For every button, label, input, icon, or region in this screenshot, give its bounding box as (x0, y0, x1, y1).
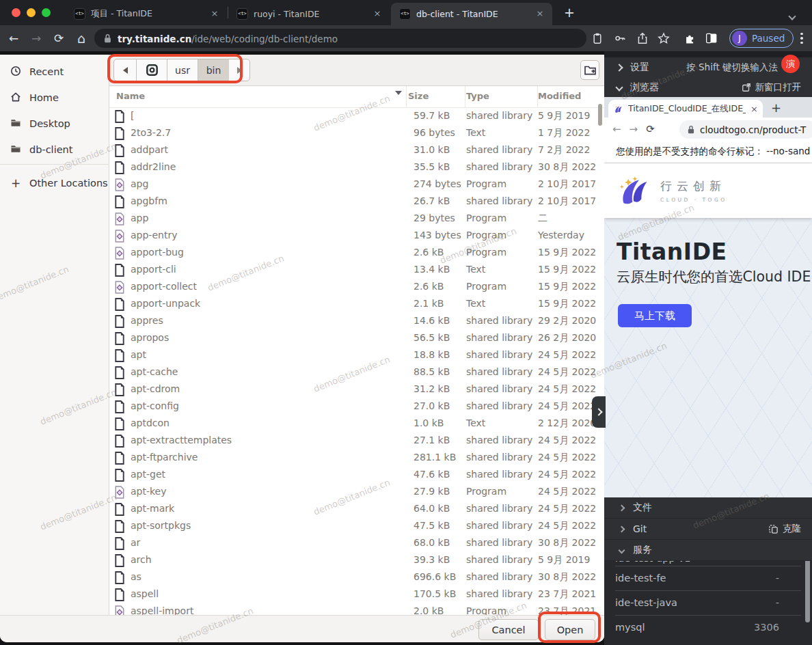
file-row-ar[interactable]: ar68.0 kBshared library30 8月 2022 (109, 535, 604, 552)
embedded-tab-close-icon[interactable]: × (750, 104, 758, 114)
document-file-icon (114, 435, 125, 448)
file-row-addr2line[interactable]: addr2line35.5 kBshared library30 8月 2022 (109, 159, 604, 176)
file-row-[[interactable]: [59.7 kBshared library5 9月 2019 (109, 108, 604, 125)
tab-close-icon[interactable]: × (372, 9, 383, 20)
file-row-apg[interactable]: apg274 bytesProgram2 10月 2017 (109, 176, 604, 193)
demo-badge[interactable]: 演 (781, 55, 800, 73)
column-header-modified[interactable]: Modified (538, 91, 581, 101)
file-row-apt-config[interactable]: apt-config27.0 kBshared library24 5月 202… (109, 398, 604, 415)
service-row-mysql[interactable]: mysql3306 (604, 615, 812, 640)
file-row-apport-unpack[interactable]: apport-unpack2.1 kBText15 9月 2022 (109, 296, 604, 313)
password-key-icon[interactable] (612, 30, 628, 46)
file-row-apt-key[interactable]: apt-key27.9 kBProgram24 5月 2022 (109, 484, 604, 501)
file-row-apt-ftparchive[interactable]: apt-ftparchive281.1 kBshared library24 5… (109, 450, 604, 467)
file-row-addpart[interactable]: addpart31.0 kBshared library7 2月 2022 (109, 142, 604, 159)
file-size: 14.6 kB (414, 315, 450, 326)
file-row-appres[interactable]: appres14.6 kBshared library29 2月 2020 (109, 313, 604, 330)
bookmark-star-icon[interactable] (655, 30, 672, 46)
panel-collapse-handle[interactable] (592, 396, 606, 428)
service-row-ide-test-java[interactable]: ide-test-java- (604, 590, 812, 615)
settings-section-row[interactable]: 设置 按 Shift 键切换输入法 (604, 57, 812, 77)
file-row-apport-bug[interactable]: apport-bug2.6 kBProgram15 9月 2022 (109, 245, 604, 262)
embedded-new-tab-button[interactable]: + (771, 100, 781, 115)
maximize-window-button[interactable] (42, 8, 51, 17)
file-row-aptdcon[interactable]: aptdcon1.0 kBText2 12月 2020 (109, 415, 604, 433)
clipboard-icon[interactable] (589, 30, 606, 46)
download-now-button[interactable]: 马上下载 (618, 304, 692, 327)
share-icon[interactable] (634, 30, 651, 46)
column-header-type[interactable]: Type (466, 91, 489, 101)
cancel-button[interactable]: Cancel (478, 619, 539, 640)
file-row-apt-mark[interactable]: apt-mark64.0 kBshared library24 5月 2022 (109, 501, 604, 518)
file-list-scrollbar[interactable] (598, 104, 602, 126)
path-back-button[interactable] (114, 59, 137, 81)
file-row-apport-collect[interactable]: apport-collect2.6 kBProgram15 9月 2022 (109, 279, 604, 296)
new-folder-button[interactable] (580, 60, 599, 80)
file-row-apt-sortpkgs[interactable]: apt-sortpkgs47.5 kBshared library24 5月 2… (109, 518, 604, 535)
file-row-aspell[interactable]: aspell170.5 kBshared library23 7月 2021 (109, 586, 604, 603)
file-row-apt-get[interactable]: apt-get47.6 kBshared library24 5月 2022 (109, 467, 604, 484)
embedded-address-bar[interactable]: cloudtogo.cn/product-T (679, 120, 812, 139)
close-window-button[interactable] (12, 8, 21, 17)
embedded-reload-button[interactable]: ⟳ (646, 123, 655, 135)
open-button[interactable]: Open (545, 619, 595, 640)
tab-close-icon[interactable]: × (209, 9, 220, 20)
tab-close-icon[interactable]: × (534, 9, 545, 20)
file-row-aspell-import[interactable]: aspell-import2.0 kBProgram23 7月 2021 (109, 603, 604, 615)
extensions-puzzle-icon[interactable] (681, 30, 698, 46)
services-section-row[interactable]: 服务 (604, 540, 812, 561)
file-row-apropos[interactable]: apropos56.5 kBshared library26 2月 2020 (109, 330, 604, 347)
address-bar[interactable]: try.titanide.cn/ide/web/coding/db-client… (94, 29, 586, 48)
sidebar-item-desktop[interactable]: Desktop (0, 111, 109, 136)
side-panel-icon[interactable] (703, 30, 720, 46)
services-scrollbar[interactable] (805, 558, 810, 622)
minimize-window-button[interactable] (27, 8, 36, 17)
file-modified: 26 2月 2020 (538, 332, 596, 344)
browser-tab-3[interactable]: <t>db-client - TitanIDE× (391, 3, 552, 25)
sidebar-item-recent[interactable]: Recent (0, 59, 109, 84)
file-row-apt-extracttemplates[interactable]: apt-extracttemplates27.1 kBshared librar… (109, 433, 604, 450)
service-row-ide-test-fe[interactable]: ide-test-fe- (604, 566, 812, 590)
home-button[interactable]: ⌂ (72, 29, 90, 47)
embedded-forward-button[interactable]: → (630, 123, 638, 135)
column-header-size[interactable]: Size (408, 91, 429, 101)
file-row-apgbfm[interactable]: apgbfm26.7 kBshared library2 10月 2017 (109, 193, 604, 210)
forward-button[interactable]: → (27, 29, 45, 47)
files-section-row[interactable]: 文件 (604, 497, 812, 519)
file-chooser-dialog: RecentHomeDesktopdb-client + Other Locat… (0, 55, 604, 642)
path-segment-bin[interactable]: bin (198, 59, 229, 81)
file-row-2to3-2.7[interactable]: 2to3-2.796 bytesText1 7月 2022 (109, 125, 604, 142)
browser-menu-button[interactable] (796, 30, 808, 46)
embedded-tab-title: TitanIDE_CloudIDE_在线IDE_ (628, 103, 746, 115)
file-row-arch[interactable]: arch39.3 kBshared library5 9月 2019 (109, 552, 604, 569)
embedded-browser-tab[interactable]: TitanIDE_CloudIDE_在线IDE_ × (608, 100, 763, 118)
browser-tab-2[interactable]: <t>ruoyi - TitanIDE× (228, 3, 390, 25)
file-row-app[interactable]: app29 bytesProgram二 (109, 210, 604, 228)
computer-location-button[interactable] (137, 59, 167, 81)
file-row-as[interactable]: as696.6 kBshared library30 8月 2022 (109, 569, 604, 586)
sidebar-item-home[interactable]: Home (0, 85, 109, 110)
file-row-apt-cache[interactable]: apt-cache88.5 kBshared library24 5月 2022 (109, 364, 604, 381)
tab-search-chevron-icon[interactable] (789, 9, 798, 17)
git-clone-button[interactable]: 克隆 (768, 523, 801, 535)
browser-section-row[interactable]: 浏览器 新窗口打开 (604, 77, 812, 97)
new-tab-button[interactable]: + (561, 5, 578, 21)
sidebar-item-other-locations[interactable]: + Other Locations (0, 171, 109, 195)
embedded-back-button[interactable]: ← (612, 123, 621, 135)
sidebar-item-db-client[interactable]: db-client (0, 137, 109, 162)
column-header-name[interactable]: Name (116, 91, 145, 101)
reload-button[interactable]: ⟳ (50, 29, 68, 47)
browser-tab-1[interactable]: <t>项目 - TitanIDE× (66, 3, 227, 25)
open-new-window-button[interactable]: 新窗口打开 (742, 81, 802, 94)
file-row-apport-cli[interactable]: apport-cli13.4 kBText15 9月 2022 (109, 262, 604, 279)
profile-paused-pill[interactable]: J Paused (729, 29, 794, 48)
file-modified: 2 12月 2020 (538, 417, 596, 430)
path-forward-button[interactable] (229, 59, 249, 81)
file-row-apt[interactable]: apt18.8 kBshared library24 5月 2022 (109, 347, 604, 364)
path-segment-usr[interactable]: usr (167, 59, 198, 81)
file-row-apt-cdrom[interactable]: apt-cdrom31.2 kBshared library24 5月 2022 (109, 381, 604, 398)
file-row-app-entry[interactable]: app-entry143 bytesProgramYesterday (109, 228, 604, 245)
back-button[interactable]: ← (5, 29, 23, 47)
git-section-row[interactable]: Git 克隆 (604, 519, 812, 540)
file-size: 27.9 kB (414, 486, 450, 497)
